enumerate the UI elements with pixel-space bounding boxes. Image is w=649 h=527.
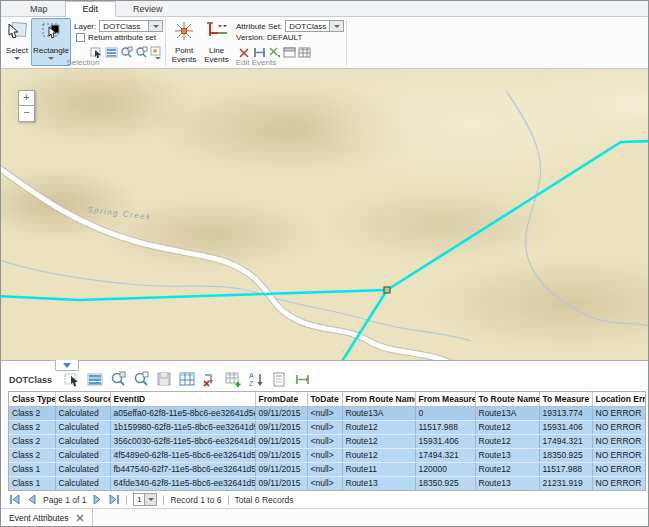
pan-to-selection-icon[interactable] (135, 45, 148, 58)
table-cell[interactable]: 21231.919 (539, 476, 592, 490)
save-icon[interactable] (156, 371, 173, 388)
table-cell[interactable]: Route13 (475, 448, 539, 462)
table-cell[interactable]: 64fde340-62f8-11e5-8bc6-ee32641d5ec9 (110, 476, 255, 490)
table-cell[interactable]: Class 2 (9, 434, 55, 448)
zoom-out-button[interactable]: − (18, 106, 35, 122)
column-header[interactable]: EventID (110, 392, 255, 407)
pan-to-selected-icon[interactable] (133, 371, 150, 388)
sort-records-icon[interactable]: AZ (248, 371, 265, 388)
attribute-set-dropdown-arrow-icon[interactable] (329, 21, 343, 31)
zoom-to-selection-icon[interactable] (120, 45, 133, 58)
return-attribute-set-checkbox[interactable] (76, 33, 85, 42)
table-row[interactable]: Class 2Calculated356c0030-62f8-11e5-8bc6… (9, 434, 645, 448)
column-header[interactable]: Class Type (9, 392, 55, 407)
table-cell[interactable]: Calculated (55, 406, 110, 420)
table-cell[interactable]: Route13A (475, 406, 539, 420)
table-cell[interactable]: 11517.988 (415, 420, 475, 434)
table-cell[interactable]: Route11 (342, 462, 415, 476)
table-cell[interactable]: 19313.774 (539, 406, 592, 420)
first-page-icon[interactable] (9, 494, 20, 505)
table-cell[interactable]: 120000 (415, 462, 475, 476)
table-cell[interactable]: Route13 (475, 476, 539, 490)
column-header[interactable]: To Measure (539, 392, 592, 407)
layer-dropdown[interactable]: DOTClass (99, 20, 163, 32)
merge-event-icon[interactable] (268, 45, 281, 58)
route-vertex-marker[interactable] (384, 287, 390, 293)
show-selected-records-icon[interactable] (87, 371, 104, 388)
zoom-in-button[interactable]: + (18, 90, 35, 106)
select-features-icon[interactable] (90, 45, 103, 58)
table-cell[interactable]: <null> (307, 434, 342, 448)
panel-view-icon[interactable] (283, 45, 296, 58)
table-cell[interactable]: Route12 (475, 462, 539, 476)
table-cell[interactable]: Class 2 (9, 406, 55, 420)
table-cell[interactable]: NO ERROR (592, 448, 645, 462)
column-header[interactable]: From Route Name (342, 392, 415, 407)
table-cell[interactable]: Route12 (475, 420, 539, 434)
table-cell[interactable]: 18350.925 (539, 448, 592, 462)
table-cell[interactable]: 15931.406 (539, 420, 592, 434)
tab-event-attributes[interactable]: Event Attributes (1, 509, 93, 526)
table-cell[interactable]: 11517.988 (539, 462, 592, 476)
table-row[interactable]: Class 2Calculated1b159980-62f8-11e5-8bc6… (9, 420, 645, 434)
route-line-west[interactable] (1, 290, 387, 300)
table-cell[interactable]: 09/11/2015 (255, 434, 307, 448)
table-cell[interactable]: Route13 (342, 476, 415, 490)
table-cell[interactable]: 09/11/2015 (255, 462, 307, 476)
table-cell[interactable]: Calculated (55, 434, 110, 448)
table-row[interactable]: Class 2Calculated4f5489e0-62f8-11e5-8bc6… (9, 448, 645, 462)
column-header[interactable]: To Route Name (475, 392, 539, 407)
table-cell[interactable]: <null> (307, 476, 342, 490)
table-cell[interactable]: Class 2 (9, 420, 55, 434)
close-icon[interactable] (76, 514, 84, 522)
table-cell[interactable]: a05effa0-62f8-11e5-8bc6-ee32641d5ec9 (110, 406, 255, 420)
column-header[interactable]: From Measure (415, 392, 475, 407)
table-cell[interactable]: Calculated (55, 462, 110, 476)
table-cell[interactable]: Route12 (342, 448, 415, 462)
table-cell[interactable]: NO ERROR (592, 462, 645, 476)
page-number-dropdown[interactable]: 1 (133, 493, 157, 506)
form-view-icon[interactable] (271, 371, 288, 388)
zoom-to-selected-icon[interactable] (110, 371, 127, 388)
table-cell[interactable]: <null> (307, 420, 342, 434)
table-cell[interactable]: 09/11/2015 (255, 406, 307, 420)
delete-record-icon[interactable] (202, 371, 219, 388)
table-view-icon[interactable] (179, 371, 196, 388)
panel-collapse-button[interactable] (55, 360, 79, 371)
table-cell[interactable]: 17494.321 (415, 448, 475, 462)
table-cell[interactable]: Route12 (342, 434, 415, 448)
add-record-icon[interactable] (225, 371, 242, 388)
selected-rows-icon[interactable] (105, 45, 118, 58)
table-cell[interactable]: Class 1 (9, 462, 55, 476)
table-cell[interactable]: NO ERROR (592, 420, 645, 434)
table-cell[interactable]: Calculated (55, 420, 110, 434)
route-line-south[interactable] (334, 290, 387, 360)
table-row[interactable]: Class 1Calculatedfb447540-62f7-11e5-8bc6… (9, 462, 645, 476)
table-row[interactable]: Class 1Calculated64fde340-62f8-11e5-8bc6… (9, 476, 645, 490)
last-page-icon[interactable] (109, 494, 120, 505)
select-records-icon[interactable] (64, 371, 81, 388)
table-cell[interactable]: NO ERROR (592, 406, 645, 420)
table-cell[interactable]: 09/11/2015 (255, 420, 307, 434)
table-row[interactable]: Class 2Calculateda05effa0-62f8-11e5-8bc6… (9, 406, 645, 420)
tab-edit[interactable]: Edit (65, 1, 117, 17)
table-cell[interactable]: <null> (307, 406, 342, 420)
column-header[interactable]: FromDate (255, 392, 307, 407)
column-header[interactable]: Class Source (55, 392, 110, 407)
attribute-set-dropdown[interactable]: DOTClass (285, 20, 344, 32)
table-cell[interactable]: Calculated (55, 476, 110, 490)
tab-review[interactable]: Review (116, 1, 180, 16)
table-cell[interactable]: 18350.925 (415, 476, 475, 490)
table-cell[interactable]: Route12 (475, 434, 539, 448)
table-cell[interactable]: 09/11/2015 (255, 476, 307, 490)
measure-view-icon[interactable] (294, 371, 311, 388)
table-cell[interactable]: <null> (307, 462, 342, 476)
table-cell[interactable]: <null> (307, 448, 342, 462)
table-cell[interactable]: 15931.406 (415, 434, 475, 448)
table-cell[interactable]: 0 (415, 406, 475, 420)
table-cell[interactable]: NO ERROR (592, 476, 645, 490)
table-cell[interactable]: Class 2 (9, 448, 55, 462)
previous-page-icon[interactable] (26, 494, 37, 505)
table-cell[interactable]: 356c0030-62f8-11e5-8bc6-ee32641d5ec9 (110, 434, 255, 448)
selection-options-icon[interactable] (150, 45, 163, 58)
